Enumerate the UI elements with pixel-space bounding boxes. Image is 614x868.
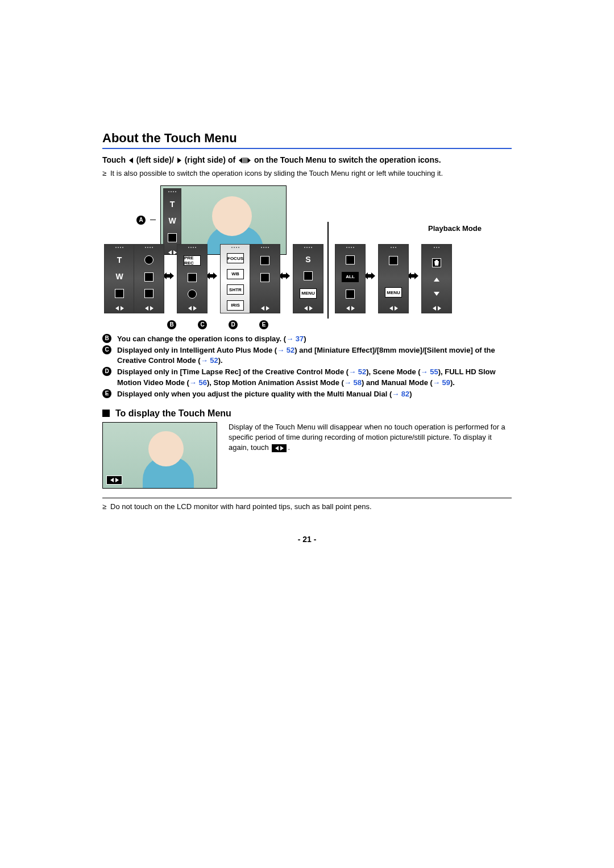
photo-subject-face	[212, 196, 252, 236]
copy-icon	[389, 256, 398, 265]
swap-arrow-icon	[206, 272, 217, 280]
page-ref[interactable]: → 58	[344, 378, 362, 387]
swap-arrow-icon	[407, 272, 418, 280]
protect-icon	[346, 255, 355, 264]
label-d-badge: D	[229, 320, 238, 329]
leader-line	[150, 220, 156, 220]
page-ref[interactable]: → 52	[277, 346, 294, 354]
label-b-badge: B	[102, 334, 111, 343]
intro-prefix: Touch	[102, 155, 126, 164]
stabilizer-icon	[144, 255, 154, 264]
intro-bullet: It is also possible to switch the operat…	[110, 168, 512, 179]
exposure-minus-icon	[260, 273, 269, 282]
subheading: To display the Touch Menu	[102, 408, 512, 419]
swap-arrow-icon	[163, 272, 174, 280]
intro-suffix: on the Touch Menu to switch the operatio…	[254, 155, 441, 164]
label-c-badge: C	[198, 320, 207, 329]
focus-icon: FOCUS	[227, 253, 244, 263]
intro-mid1: (left side)/	[136, 155, 174, 164]
label-e-badge: E	[259, 320, 268, 329]
label-d-badge: D	[102, 367, 111, 376]
night-mode-icon	[188, 290, 197, 299]
legend-d-text: Displayed only in [Time Lapse Rec] of th…	[117, 367, 512, 387]
zoom-w-label: W	[168, 217, 176, 225]
legend-e-text: Displayed only when you adjust the pictu…	[117, 389, 512, 399]
photo-subject-face	[148, 431, 184, 466]
iris-icon: IRIS	[227, 300, 244, 311]
triangle-left-icon	[129, 158, 133, 163]
panel-dots	[168, 191, 176, 192]
rec-panel-3: PRE REC	[177, 244, 203, 308]
rec-panel-5	[250, 244, 276, 308]
swap-arrow-icon	[279, 272, 290, 280]
exposure-plus-icon	[260, 256, 269, 265]
divider	[102, 498, 512, 498]
page-ref[interactable]: → 52	[349, 367, 366, 376]
menu-icon: MENU	[300, 288, 317, 299]
page-ref[interactable]: → 37	[286, 334, 304, 343]
all-icon: ALL	[342, 272, 359, 282]
label-e-badge: E	[102, 389, 111, 398]
display-paragraph: Display of the Touch Menu will disappear…	[229, 422, 512, 453]
grid-icon	[304, 271, 313, 280]
rec-panel-1: T W	[104, 244, 130, 308]
touch-menu-slider-icon	[239, 158, 251, 163]
figure-b: T W PRE REC	[102, 236, 512, 316]
play-panel-2: MENU	[378, 244, 404, 308]
page-ref[interactable]: → 52	[201, 356, 218, 365]
playback-mode-label: Playback Mode	[398, 224, 512, 233]
play-panel-1: ALL	[335, 244, 361, 308]
up-arrow-icon	[434, 278, 439, 282]
triangle-right-icon	[177, 158, 181, 163]
page-ref[interactable]: → 55	[421, 367, 438, 376]
af-tracking-icon	[144, 272, 154, 282]
delete-icon	[432, 258, 441, 267]
divider-line	[327, 222, 329, 319]
touch-menu-tab-icon	[106, 476, 122, 485]
page-number: - 21 -	[102, 535, 512, 544]
play-panel-3	[421, 244, 447, 308]
legend-b-text: You can change the operation icons to di…	[117, 334, 512, 344]
page-ref[interactable]: → 59	[433, 378, 450, 387]
label-c-badge: C	[102, 345, 111, 354]
swap-arrow-icon	[364, 272, 375, 280]
rec-panel-2	[134, 244, 160, 308]
zoom-w-label: W	[115, 272, 123, 281]
label-b-badge: B	[167, 320, 176, 329]
scene-play-icon	[346, 290, 355, 299]
legend-list: B You can change the operation icons to …	[102, 334, 512, 399]
rec-panel-4: FOCUS WB SHTR IRIS	[220, 244, 246, 308]
record-button-icon	[115, 289, 124, 298]
label-a-badge: A	[136, 216, 146, 225]
legend-c-text: Displayed only in Intelligent Auto Plus …	[117, 345, 512, 366]
level-shot-icon	[188, 273, 197, 282]
face-icon	[144, 289, 154, 298]
shtr-icon: SHTR	[227, 284, 244, 295]
rec-panel-6: S MENU	[293, 244, 319, 308]
s-icon: S	[305, 255, 310, 264]
touch-menu-tab-icon-inline	[272, 444, 287, 452]
page-ref[interactable]: → 82	[392, 390, 409, 398]
intro-mid2: (right side) of	[185, 155, 235, 164]
page-ref[interactable]: → 56	[189, 378, 207, 387]
warning-text: Do not touch on the LCD monitor with har…	[110, 502, 512, 512]
down-arrow-icon	[434, 292, 439, 296]
pre-rec-icon: PRE REC	[184, 255, 201, 266]
zoom-t-label: T	[117, 256, 122, 264]
figure-b-bottom-labels: B C D E	[167, 320, 512, 329]
menu-icon: MENU	[385, 287, 402, 297]
intro-sentence: Touch (left side)/ (right side) of on th…	[102, 155, 512, 166]
lcd-screenshot-bottom	[102, 422, 217, 489]
zoom-t-label: T	[170, 200, 175, 209]
wb-icon: WB	[227, 269, 244, 279]
page-title: About the Touch Menu	[102, 131, 512, 149]
